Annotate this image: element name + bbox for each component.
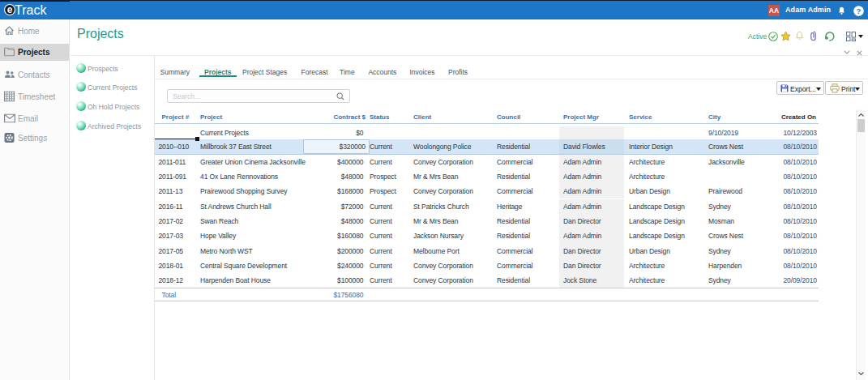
svg-text:?: ? (857, 6, 862, 15)
svg-text:e: e (7, 4, 13, 15)
